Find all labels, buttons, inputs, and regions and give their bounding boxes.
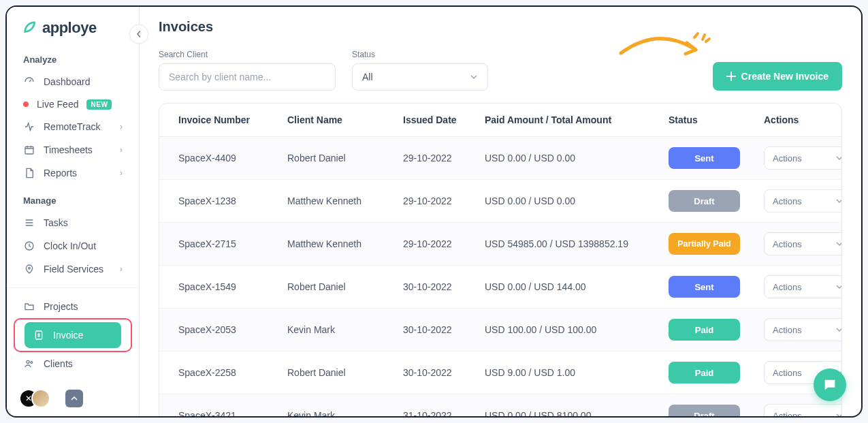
svg-point-4 [27, 360, 29, 363]
nav-label: Tasks [44, 217, 68, 228]
app-frame: apploye Analyze Dashboard Live Feed NEW … [5, 5, 863, 418]
status-badge: Partially Paid [669, 233, 740, 255]
cell-actions: Actions [764, 404, 842, 416]
avatar [31, 389, 50, 408]
scroll-up-button[interactable] [65, 390, 83, 407]
sidebar-collapse-button[interactable] [129, 25, 148, 44]
nav-label: Field Services [44, 264, 103, 275]
cell-client: Robert Daniel [287, 281, 403, 292]
sidebar-item-invoice[interactable]: Invoice [25, 322, 121, 348]
cell-amount: USD 0.00 / USD 144.00 [485, 281, 669, 292]
sidebar-item-field[interactable]: Field Services › [7, 257, 139, 281]
cell-invoice: SpaceX-2053 [178, 324, 287, 335]
section-manage: Manage [7, 185, 139, 211]
sidebar-item-projects[interactable]: Projects [7, 295, 139, 318]
chevron-right-icon: › [120, 264, 123, 274]
cell-issued: 30-10-2022 [403, 281, 485, 292]
col-amount: Paid Amount / Total Amount [485, 114, 669, 125]
status-value: All [362, 72, 373, 82]
nav-label: RemoteTrack [44, 121, 101, 132]
chat-button[interactable] [814, 369, 846, 401]
col-invoice: Invoice Number [178, 114, 287, 125]
nav-label: Timesheets [44, 144, 93, 155]
cell-client: Kevin Mark [287, 324, 403, 335]
col-status: Status [669, 114, 764, 125]
nav-label: Clients [44, 358, 73, 369]
cell-issued: 31-10-2022 [403, 410, 485, 416]
cell-amount: USD 100.00 / USD 100.00 [485, 324, 669, 335]
cell-invoice: SpaceX-1238 [178, 195, 287, 206]
status-filter-group: Status All [352, 50, 488, 91]
cell-invoice: SpaceX-3421 [178, 410, 287, 416]
row-actions-dropdown[interactable]: Actions [764, 146, 842, 170]
col-actions: Actions [764, 114, 842, 125]
cell-amount: USD 54985.00 / USD 1398852.19 [485, 238, 669, 249]
cell-status: Sent [669, 147, 764, 169]
sidebar-item-remotetrack[interactable]: RemoteTrack › [7, 115, 139, 138]
cell-actions: Actions [764, 232, 842, 255]
nav-label: Dashboard [44, 76, 91, 87]
list-icon [23, 217, 35, 229]
create-btn-label: Create New Invoice [741, 71, 829, 82]
people-icon [23, 358, 35, 370]
cell-amount: USD 9.00 / USD 1.00 [485, 367, 669, 378]
status-select[interactable]: All [352, 63, 488, 91]
chat-icon [822, 377, 837, 392]
sidebar-item-livefeed[interactable]: Live Feed NEW [7, 93, 139, 115]
chevron-right-icon: › [120, 122, 123, 131]
avatar-group[interactable]: ✕ [19, 389, 50, 408]
create-invoice-button[interactable]: Create New Invoice [713, 62, 842, 91]
cell-actions: Actions [764, 318, 842, 341]
status-badge: Paid [669, 319, 740, 341]
cell-invoice: SpaceX-1549 [178, 281, 287, 292]
chevron-down-icon [470, 73, 478, 81]
nav-label: Clock In/Out [44, 240, 96, 251]
cell-issued: 29-10-2022 [403, 195, 485, 206]
status-badge: Draft [669, 405, 740, 416]
cell-actions: Actions [764, 189, 842, 213]
gauge-icon [23, 76, 35, 88]
sidebar-item-dashboard[interactable]: Dashboard [7, 70, 139, 93]
nav-label: Reports [44, 168, 77, 178]
cell-actions: Actions [764, 275, 842, 298]
chevron-right-icon: › [120, 145, 123, 155]
search-label: Search Client [159, 50, 336, 59]
cell-status: Paid [669, 319, 764, 341]
sidebar-item-reports[interactable]: Reports › [7, 161, 139, 185]
status-badge: Paid [669, 362, 740, 383]
invoice-icon [33, 329, 45, 341]
row-actions-dropdown[interactable]: Actions [764, 189, 842, 213]
table-body: SpaceX-4409Robert Daniel29-10-2022USD 0.… [159, 137, 841, 416]
row-actions-dropdown[interactable]: Actions [764, 275, 842, 298]
cell-status: Partially Paid [669, 233, 764, 255]
page-title: Invoices [159, 19, 842, 35]
sidebar-item-tasks[interactable]: Tasks [7, 211, 139, 234]
main-content: Invoices Search Client Status All C [140, 7, 861, 416]
table-row: SpaceX-2053Kevin Mark30-10-2022USD 100.0… [159, 309, 841, 351]
nav-label: Invoice [53, 330, 83, 341]
cell-client: Kevin Mark [287, 410, 403, 416]
cell-amount: USD 0.00 / USD 8100.00 [485, 410, 669, 416]
sidebar-footer: ✕ [7, 381, 139, 416]
table-row: SpaceX-2258Robert Daniel30-10-2022USD 9.… [159, 351, 841, 394]
calendar-icon [23, 144, 35, 156]
table-row: SpaceX-2715Matthew Kenneth29-10-2022USD … [159, 223, 841, 266]
search-input[interactable] [159, 63, 336, 91]
nav-label: Live Feed [37, 99, 78, 110]
row-actions-dropdown[interactable]: Actions [764, 404, 842, 416]
cell-status: Draft [669, 405, 764, 416]
logo[interactable]: apploye [7, 7, 139, 44]
search-client-group: Search Client [159, 50, 336, 91]
sidebar-item-timesheets[interactable]: Timesheets › [7, 138, 139, 161]
col-issued: Issued Date [403, 114, 485, 125]
sidebar-item-clock[interactable]: Clock In/Out [7, 234, 139, 257]
filter-row: Search Client Status All Create New Invo… [159, 50, 842, 91]
document-icon [23, 167, 35, 179]
sidebar-item-clients[interactable]: Clients [7, 352, 139, 375]
status-badge: Draft [669, 190, 740, 212]
section-analyze: Analyze [7, 44, 139, 70]
plus-icon [726, 72, 736, 81]
col-client: Client Name [287, 114, 403, 125]
row-actions-dropdown[interactable]: Actions [764, 232, 842, 255]
row-actions-dropdown[interactable]: Actions [764, 318, 842, 341]
